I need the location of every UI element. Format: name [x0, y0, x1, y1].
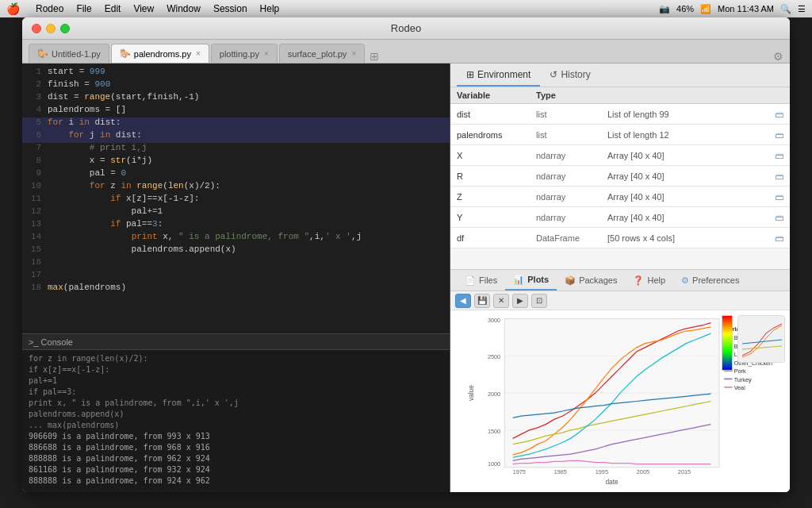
- svg-text:1995: 1995: [596, 468, 608, 475]
- var-action-Y[interactable]: 🗃: [760, 213, 783, 222]
- var-value-R: Array [40 x 40]: [607, 171, 760, 181]
- plot-thumbnail[interactable]: [737, 315, 785, 363]
- console-content[interactable]: for z in range(len(x)/2): if x[z]==x[-1-…: [22, 350, 450, 488]
- var-value-Y: Array [40 x 40]: [607, 213, 760, 222]
- var-row-R[interactable]: R ndarray Array [40 x 40] 🗃: [450, 166, 790, 187]
- console-line: ... max(palendroms): [29, 420, 443, 431]
- code-line-16: 16: [22, 257, 450, 270]
- console-line: 861168 is a palindrome, from 924 x 932: [29, 487, 443, 488]
- new-tab-button[interactable]: ⊞: [370, 50, 379, 63]
- tab-close-palendroms[interactable]: ×: [196, 49, 201, 58]
- var-action-Z[interactable]: 🗃: [760, 192, 783, 202]
- menu-session[interactable]: Session: [213, 3, 247, 14]
- code-line-3: 3 dist = range(start,finish,-1): [22, 92, 450, 105]
- main-window: Rodeo 🐎 Untitled-1.py 🐎 palendroms.py × …: [22, 17, 790, 492]
- tab-packages[interactable]: 📦 Packages: [557, 270, 625, 291]
- menu-rodeo[interactable]: Rodeo: [36, 3, 63, 14]
- var-action-df[interactable]: 🗃: [760, 233, 783, 243]
- var-row-Y[interactable]: Y ndarray Array [40 x 40] 🗃: [450, 207, 790, 228]
- tab-icon-palendroms: 🐎: [120, 48, 131, 59]
- tab-environment[interactable]: ⊞ Environment: [457, 64, 540, 87]
- battery-text: 46%: [676, 4, 694, 13]
- svg-text:2500: 2500: [488, 353, 500, 360]
- history-tab-label: History: [561, 69, 590, 80]
- menu-icon[interactable]: ☰: [798, 4, 806, 14]
- tab-plotting[interactable]: plotting.py ×: [211, 44, 278, 63]
- var-name-R: R: [457, 171, 536, 181]
- settings-icon[interactable]: ⚙: [773, 50, 783, 63]
- env-tab-label: Environment: [477, 69, 530, 80]
- tab-palendroms[interactable]: 🐎 palendroms.py ×: [111, 44, 209, 63]
- menu-help[interactable]: Help: [260, 3, 280, 14]
- col-header-variable: Variable: [457, 90, 536, 100]
- files-tab-icon: 📄: [465, 275, 476, 286]
- menu-file[interactable]: File: [76, 3, 91, 14]
- var-name-dist: dist: [457, 110, 536, 119]
- var-row-dist[interactable]: dist list List of length 99 🗃: [450, 104, 790, 125]
- tab-surface-plot[interactable]: surface_plot.py ×: [279, 44, 365, 63]
- var-row-df[interactable]: df DataFrame [50 rows x 4 cols] 🗃: [450, 228, 790, 248]
- tab-files[interactable]: 📄 Files: [457, 270, 505, 291]
- var-row-X[interactable]: X ndarray Array [40 x 40] 🗃: [450, 145, 790, 166]
- traffic-lights: [32, 24, 70, 33]
- tab-untitled[interactable]: 🐎 Untitled-1.py: [29, 44, 109, 63]
- apple-menu[interactable]: 🍎: [6, 2, 20, 15]
- maximize-button[interactable]: [60, 24, 70, 33]
- menu-edit[interactable]: Edit: [105, 3, 121, 14]
- var-action-dist[interactable]: 🗃: [760, 110, 783, 119]
- close-button[interactable]: [32, 24, 41, 33]
- code-line-9: 9 pal = 0: [22, 168, 450, 181]
- tab-close-plotting[interactable]: ×: [264, 49, 269, 58]
- tab-history[interactable]: ↺ History: [540, 64, 599, 87]
- plot-zoom[interactable]: ⊡: [531, 294, 547, 308]
- menu-view[interactable]: View: [133, 3, 154, 14]
- files-tab-label: Files: [479, 275, 497, 285]
- prefs-tab-label: Preferences: [692, 275, 739, 285]
- packages-tab-icon: 📦: [565, 275, 576, 286]
- menubar: 🍎 Rodeo File Edit View Window Session He…: [0, 0, 812, 17]
- tab-help[interactable]: ❓ Help: [625, 270, 673, 291]
- var-action-palendroms[interactable]: 🗃: [760, 130, 783, 140]
- tab-close-surface[interactable]: ×: [351, 49, 356, 58]
- var-row-palendroms[interactable]: palendroms list List of length 12 🗃: [450, 125, 790, 145]
- menu-window[interactable]: Window: [167, 3, 201, 14]
- svg-text:value: value: [467, 385, 475, 401]
- code-line-13: 13 if pal==3:: [22, 219, 450, 232]
- main-content: 1 start = 999 2 finish = 900 3 dist = ra…: [22, 64, 790, 492]
- minimize-button[interactable]: [46, 24, 56, 33]
- packages-tab-label: Packages: [579, 275, 617, 285]
- var-type-R: ndarray: [536, 171, 607, 181]
- plot-nav-left[interactable]: ◀: [455, 294, 471, 308]
- svg-text:Pork: Pork: [734, 368, 746, 375]
- plot-nav-right[interactable]: ▶: [512, 294, 528, 308]
- var-action-X[interactable]: 🗃: [760, 151, 783, 160]
- svg-text:1000: 1000: [488, 460, 500, 468]
- env-tabbar: ⊞ Environment ↺ History: [450, 64, 790, 87]
- console-line: 888888 is a palindrome, from 962 x 924: [29, 453, 443, 464]
- editor-area[interactable]: 1 start = 999 2 finish = 900 3 dist = ra…: [22, 64, 450, 333]
- code-line-12: 12 pal+=1: [22, 206, 450, 219]
- plots-tab-label: Plots: [527, 275, 549, 284]
- var-value-dist: List of length 99: [607, 110, 760, 119]
- code-line-1: 1 start = 999: [22, 67, 450, 79]
- code-line-10: 10 for z in range(len(x)/2):: [22, 181, 450, 194]
- var-row-Z[interactable]: Z ndarray Array [40 x 40] 🗃: [450, 187, 790, 207]
- code-line-14: 14 print x, " is a palindrome, from ",i,…: [22, 232, 450, 244]
- code-line-6: 6 for j in dist:: [22, 130, 450, 143]
- search-icon[interactable]: 🔍: [780, 4, 791, 14]
- var-type-X: ndarray: [536, 151, 607, 160]
- var-name-Z: Z: [457, 192, 536, 202]
- tab-label-plotting: plotting.py: [220, 49, 259, 59]
- col-header-value: [607, 90, 783, 100]
- code-line-18: 18 max(palendroms): [22, 283, 450, 295]
- console-title: >_ Console: [29, 337, 73, 347]
- plot-save[interactable]: 💾: [474, 294, 490, 308]
- tab-plots[interactable]: 📊 Plots: [505, 270, 557, 291]
- tab-preferences[interactable]: ⚙ Preferences: [673, 270, 747, 291]
- titlebar: Rodeo: [22, 17, 790, 40]
- editor-pane: 1 start = 999 2 finish = 900 3 dist = ra…: [22, 64, 450, 492]
- console-line: palendroms.append(x): [29, 409, 443, 420]
- camera-icon: 📷: [659, 4, 670, 14]
- plot-close[interactable]: ✕: [493, 294, 509, 308]
- var-action-R[interactable]: 🗃: [760, 171, 783, 181]
